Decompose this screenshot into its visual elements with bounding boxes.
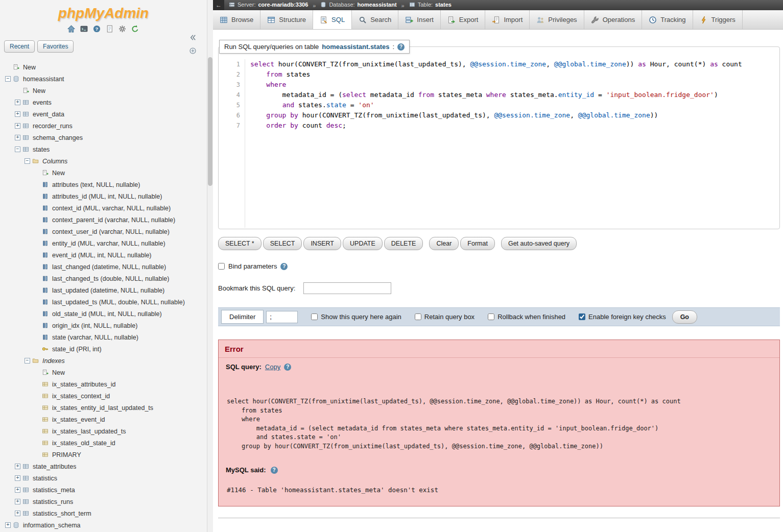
expand-toggle[interactable]: + (15, 499, 20, 504)
format-button[interactable]: Format (460, 237, 495, 250)
insert-button[interactable]: INSERT (303, 237, 341, 250)
tab-tracking[interactable]: Tracking (642, 10, 693, 29)
refresh-icon[interactable] (131, 25, 140, 34)
tab-triggers[interactable]: Triggers (693, 10, 743, 29)
tree-item-ix-states-event-id[interactable]: ix_states_event_id (0, 414, 207, 425)
tree-item-schema-changes[interactable]: +schema_changes (0, 132, 207, 143)
collapse-toggle[interactable]: − (5, 76, 11, 82)
tree-item-statistics-meta[interactable]: +statistics_meta (0, 484, 207, 496)
tab-privileges[interactable]: Privileges (530, 10, 584, 29)
expand-toggle[interactable]: + (15, 511, 20, 516)
select-star-button[interactable]: SELECT * (218, 237, 262, 250)
tree-item-old-state-id-mul-int-null-nullable[interactable]: old_state_id (MUL, int, NULL, nullable) (0, 308, 207, 320)
tree-item-new[interactable]: New (0, 167, 207, 179)
tree-item-event-data[interactable]: +event_data (0, 108, 207, 120)
scrollbar-thumb[interactable] (208, 57, 212, 186)
settings-icon[interactable] (118, 25, 127, 34)
tree-item-ix-states-old-state-id[interactable]: ix_states_old_state_id (0, 437, 207, 449)
tree-item-new[interactable]: New (0, 85, 207, 96)
collapse-toggle[interactable]: − (25, 158, 30, 164)
breadcrumb-database[interactable]: Database:homeassistant (320, 2, 396, 8)
collapse-all-icon[interactable] (189, 34, 197, 41)
tree-item-context-user-id-varchar-null-nullable[interactable]: context_user_id (varchar, NULL, nullable… (0, 226, 207, 237)
bind-parameters-checkbox[interactable] (218, 263, 225, 270)
checkbox-retain-query-box[interactable] (415, 313, 421, 320)
get-auto-saved-query-button[interactable]: Get auto-saved query (501, 237, 577, 250)
option-show-this-query-here-again[interactable]: Show this query here again (311, 313, 401, 321)
expand-toggle[interactable]: + (15, 464, 20, 469)
tree-item-attributes-text-null-nullable[interactable]: attributes (text, NULL, nullable) (0, 179, 207, 190)
tree-item-ix-states-last-updated-ts[interactable]: ix_states_last_updated_ts (0, 425, 207, 437)
expand-toggle[interactable]: + (15, 475, 20, 481)
delete-button[interactable]: DELETE (384, 237, 423, 250)
update-button[interactable]: UPDATE (343, 237, 383, 250)
expand-toggle[interactable]: + (15, 100, 20, 105)
navigation-scrollbar[interactable] (207, 0, 213, 532)
tab-operations[interactable]: Operations (584, 10, 643, 29)
delimiter-input[interactable] (266, 311, 298, 323)
help-icon[interactable] (271, 467, 278, 474)
option-rollback-when-finished[interactable]: Rollback when finished (488, 313, 565, 321)
tree-item-recorder-runs[interactable]: +recorder_runs (0, 120, 207, 132)
tree-item-columns[interactable]: −Columns (0, 155, 207, 167)
tab-sql[interactable]: SQL (313, 10, 352, 29)
collapse-toggle[interactable]: − (25, 358, 30, 364)
tab-export[interactable]: Export (441, 10, 486, 29)
select-button[interactable]: SELECT (263, 237, 302, 250)
expand-toggle[interactable]: + (15, 487, 20, 493)
clear-button[interactable]: Clear (429, 237, 459, 250)
expand-toggle[interactable]: + (15, 135, 20, 140)
tab-structure[interactable]: Structure (260, 10, 313, 29)
nav-sync-icon[interactable] (189, 47, 197, 55)
bookmark-input[interactable] (303, 282, 391, 294)
tree-item-context-id-mul-varchar-null-nullable[interactable]: context_id (MUL, varchar, NULL, nullable… (0, 202, 207, 214)
help-icon[interactable] (284, 364, 291, 371)
tree-item-statistics[interactable]: +statistics (0, 472, 207, 484)
tree-item-ix-states-context-id[interactable]: ix_states_context_id (0, 390, 207, 402)
go-button[interactable]: Go (672, 310, 697, 324)
phpmyadmin-logo[interactable]: phpMyAdmin (0, 5, 207, 21)
nav-tab-favorites[interactable]: Favorites (37, 40, 74, 53)
table-link[interactable]: homeassistant.states (322, 43, 389, 51)
tab-insert[interactable]: Insert (398, 10, 441, 29)
tree-item-origin-idx-int-null-nullable[interactable]: origin_idx (int, NULL, nullable) (0, 320, 207, 331)
tab-import[interactable]: Import (485, 10, 530, 29)
breadcrumb-server[interactable]: Server:core-mariadb:3306 (229, 2, 308, 8)
help-icon[interactable] (280, 263, 288, 270)
collapse-toggle[interactable]: − (15, 147, 20, 152)
copy-link[interactable]: Copy (265, 363, 280, 371)
tab-browse[interactable]: Browse (213, 10, 260, 29)
tree-item-ix-states-attributes-id[interactable]: ix_states_attributes_id (0, 378, 207, 390)
tree-item-state-attributes[interactable]: +state_attributes (0, 461, 207, 472)
tree-item-statistics-short-term[interactable]: +statistics_short_term (0, 507, 207, 519)
tree-item-state-id-pri-int[interactable]: state_id (PRI, int) (0, 343, 207, 355)
tree-item-last-changed-ts-double-null-nullable[interactable]: last_changed_ts (double, NULL, nullable) (0, 273, 207, 284)
breadcrumb-table[interactable]: Table:states (409, 2, 452, 8)
tree-item-primary[interactable]: PRIMARY (0, 449, 207, 461)
nav-toggle-button[interactable]: ← (213, 0, 224, 10)
console-icon[interactable] (80, 25, 89, 34)
checkbox-enable-foreign-key-checks[interactable] (579, 313, 585, 320)
expand-toggle[interactable]: + (5, 522, 11, 528)
tree-item-last-updated-ts-mul-double-null-nullable[interactable]: last_updated_ts (MUL, double, NULL, null… (0, 296, 207, 308)
tree-item-entity-id-mul-varchar-null-nullable[interactable]: entity_id (MUL, varchar, NULL, nullable) (0, 237, 207, 249)
tree-item-homeassistant[interactable]: −homeassistant (0, 73, 207, 85)
home-icon[interactable] (67, 25, 76, 34)
tree-item-events[interactable]: +events (0, 96, 207, 108)
tree-item-statistics-runs[interactable]: +statistics_runs (0, 496, 207, 507)
help-icon[interactable] (397, 43, 405, 51)
docs-icon[interactable] (105, 25, 114, 34)
sql-editor[interactable]: 1234567 select hour(CONVERT_TZ(from_unix… (220, 59, 778, 228)
checkbox-rollback-when-finished[interactable] (488, 313, 494, 320)
tab-search[interactable]: Search (352, 10, 398, 29)
tree-item-states[interactable]: −states (0, 143, 207, 155)
help-icon[interactable]: ? (92, 25, 102, 34)
tree-item-ix-states-entity-id-last-updated-ts[interactable]: ix_states_entity_id_last_updated_ts (0, 402, 207, 414)
tree-item-information-schema[interactable]: +information_schema (0, 519, 207, 531)
tree-item-event-id-mul-int-null-nullable[interactable]: event_id (MUL, int, NULL, nullable) (0, 249, 207, 261)
sql-code[interactable]: select hour(CONVERT_TZ(from_unixtime(las… (245, 59, 778, 228)
option-retain-query-box[interactable]: Retain query box (415, 313, 474, 321)
tree-item-context-parent-id-varchar-null-nullable[interactable]: context_parent_id (varchar, NULL, nullab… (0, 214, 207, 226)
expand-toggle[interactable]: + (15, 123, 20, 129)
tree-item-last-changed-datetime-null-nullable[interactable]: last_changed (datetime, NULL, nullable) (0, 261, 207, 273)
